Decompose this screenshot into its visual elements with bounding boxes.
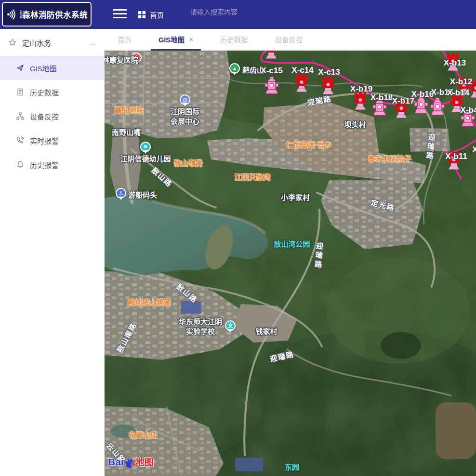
tab-history-data[interactable]: 历史数据 bbox=[207, 29, 262, 50]
area-label: 敔山嶺秀 bbox=[174, 158, 203, 168]
road-label: 迎瑞路 bbox=[313, 242, 325, 270]
hydrant-label: X-b18 bbox=[370, 93, 393, 103]
tab-gis-map[interactable]: GIS地图 × bbox=[145, 29, 207, 50]
phone-icon bbox=[16, 136, 24, 144]
building-icon: ▤ bbox=[183, 97, 187, 103]
poi-label: 游船码头 bbox=[128, 189, 157, 199]
mountain-pin[interactable]: ▲ bbox=[229, 63, 240, 74]
satellite-basemap bbox=[104, 51, 476, 476]
sidebar-item-label: 实时报警 bbox=[30, 135, 59, 145]
sidebar-item-label: 历史数据 bbox=[30, 87, 59, 97]
close-icon[interactable]: × bbox=[189, 36, 193, 43]
village-label: 小李家村 bbox=[281, 192, 310, 202]
sidebar-group-dingshan[interactable]: 定山水务 ︿ bbox=[0, 29, 104, 56]
hydrant-label: X-b11 bbox=[445, 152, 467, 161]
sitemap-icon bbox=[16, 112, 24, 120]
sidebar-item-history-alarm[interactable]: 历史报警 bbox=[0, 152, 104, 176]
tab-label: GIS地图 bbox=[159, 34, 185, 44]
hydrant-label: X-c15 bbox=[261, 66, 282, 76]
hydrant-label: X-b14 bbox=[447, 88, 469, 98]
poi-label: 江阴信德幼儿园 bbox=[120, 153, 171, 163]
poi-label-two-line: 江阴国际会展中心 bbox=[171, 107, 199, 126]
top-header: 森林消防供水系统 首页 bbox=[0, 0, 476, 29]
hydrant-label: X-b13 bbox=[444, 58, 466, 68]
hydrant-marker[interactable] bbox=[264, 77, 279, 95]
tab-label: 设备反控 bbox=[275, 34, 303, 44]
hydrant-label: X-b4 bbox=[461, 106, 476, 115]
kindergarten-pin[interactable]: ⚑ bbox=[140, 142, 151, 152]
dock-pin[interactable]: ⚓ bbox=[116, 188, 126, 198]
hydrant-label: X-c14 bbox=[291, 66, 313, 75]
sidebar-item-label: 历史报警 bbox=[30, 159, 59, 170]
app-window: 森林消防供水系统 首页 定山水务 ︿ bbox=[0, 0, 476, 476]
header-home-label: 首页 bbox=[150, 10, 164, 20]
sidebar-item-gis-map[interactable]: GIS地图 bbox=[0, 56, 104, 80]
tab-device-control[interactable]: 设备反控 bbox=[262, 29, 317, 50]
grid-icon bbox=[138, 11, 145, 18]
park-label: 敔山湾公园 bbox=[274, 238, 310, 249]
anchor-icon: ⚓ bbox=[119, 191, 123, 196]
app-title: 森林消防供水系统 bbox=[22, 9, 88, 20]
hydrant-label: X-b16 bbox=[411, 90, 434, 99]
hydrant-label: X-c13 bbox=[318, 67, 340, 77]
poi-label-two-line: 华东师大江阴实验学校 bbox=[179, 317, 222, 336]
sidebar-item-device-control[interactable]: 设备反控 bbox=[0, 104, 104, 128]
sidebar-item-realtime-alarm[interactable]: 实时报警 bbox=[0, 128, 104, 152]
park-label: 东园 bbox=[285, 462, 299, 472]
convention-center-pin[interactable]: ▤ bbox=[180, 94, 190, 105]
radar-logo-icon bbox=[6, 8, 18, 21]
hydrant-label-partial: X bbox=[472, 145, 476, 155]
hydrant-marker[interactable] bbox=[353, 92, 368, 110]
redacted-logo-prefix bbox=[20, 10, 22, 18]
star-icon bbox=[9, 39, 16, 46]
bell-icon bbox=[16, 160, 24, 168]
document-icon bbox=[16, 88, 24, 96]
sidebar-nav: 定山水务 ︿ GIS地图 历史数据 bbox=[0, 29, 105, 476]
header-search bbox=[189, 8, 295, 16]
map-canvas[interactable]: X-c15 X-c14 X-c13 X-b19 X-b18 X-b17 X-b1… bbox=[104, 51, 476, 476]
baidu-logo-du: du bbox=[131, 461, 138, 468]
tab-label: 首页 bbox=[118, 34, 132, 44]
sidebar-item-label: GIS地图 bbox=[30, 63, 57, 73]
hydrant-marker[interactable] bbox=[264, 51, 278, 59]
search-input[interactable] bbox=[189, 8, 297, 16]
area-label: 藏品裕院 bbox=[115, 105, 144, 115]
flag-icon: ⚑ bbox=[143, 145, 148, 150]
school-icon: 文 bbox=[228, 323, 233, 329]
header-home-button[interactable]: 首页 bbox=[138, 10, 164, 20]
sidebar-item-history-data[interactable]: 历史数据 bbox=[0, 80, 104, 104]
school-pin[interactable]: 文 bbox=[225, 320, 236, 331]
hydrant-marker[interactable] bbox=[294, 74, 309, 92]
hydrant-label: X-b12 bbox=[450, 77, 472, 87]
tab-label: 历史数据 bbox=[220, 34, 248, 44]
baidu-attribution: Bai du 地图 bbox=[108, 456, 154, 468]
app-logo: 森林消防供水系统 bbox=[2, 2, 92, 26]
tab-home[interactable]: 首页 bbox=[104, 29, 145, 50]
village-label: 坝头村 bbox=[344, 119, 366, 129]
area-label: 泰禾江阴院子 bbox=[368, 153, 411, 163]
hydrant-marker[interactable] bbox=[430, 98, 445, 116]
hydrant-label: X-b19 bbox=[350, 84, 372, 94]
area-label: 江阴天敔湾 bbox=[234, 172, 270, 182]
sidebar-group-label: 定山水务 bbox=[22, 38, 51, 48]
hydrant-marker[interactable] bbox=[321, 76, 335, 94]
poi-label: 林康复医院 bbox=[104, 54, 138, 65]
chevron-up-icon[interactable]: ︿ bbox=[90, 39, 95, 46]
baidu-map-text: 地图 bbox=[135, 455, 154, 468]
send-icon bbox=[16, 64, 24, 72]
sidebar-item-label: 设备反控 bbox=[30, 111, 59, 121]
village-label: 南野山嘴 bbox=[112, 127, 141, 137]
baidu-logo-text: Bai bbox=[108, 456, 124, 468]
area-label: 仁恒棠颂·吾乡 bbox=[286, 139, 332, 149]
tab-bar: 首页 GIS地图 × 历史数据 设备反控 bbox=[104, 29, 476, 51]
hamburger-menu-icon[interactable] bbox=[113, 9, 127, 20]
area-label: 名豪山庄 bbox=[129, 429, 158, 439]
area-label: 融创敔山桃源 bbox=[128, 297, 171, 307]
mountain-icon: ▲ bbox=[232, 66, 238, 71]
village-label: 钱家村 bbox=[255, 326, 277, 336]
